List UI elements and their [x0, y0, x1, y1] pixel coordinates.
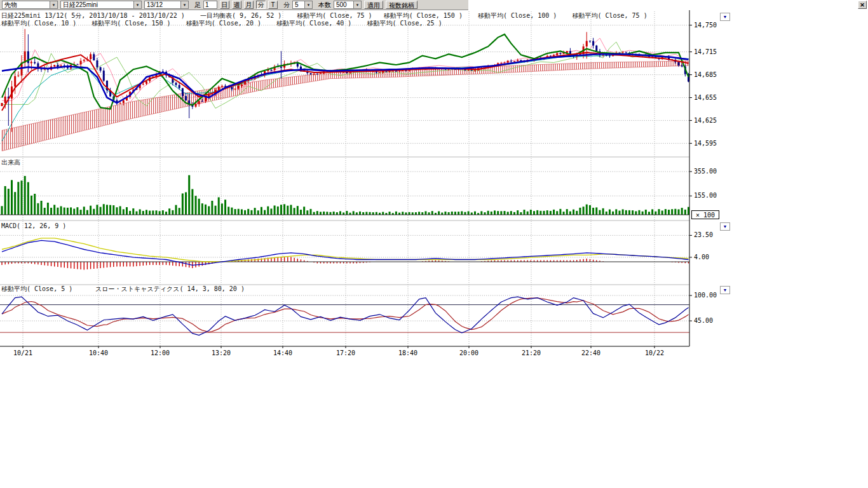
price-axis-label: 14,685 [694, 71, 717, 78]
close-button[interactable]: ✕ [858, 1, 867, 9]
contract-month-value: 13/12 [147, 1, 163, 8]
time-axis-label: 10/21 [13, 349, 32, 356]
contract-month-dropdown[interactable]: 13/12 ▼ [144, 1, 189, 9]
stoch-panel-dropdown-button[interactable]: ▼ [720, 286, 730, 294]
main-panel-dropdown-button[interactable]: ▼ [720, 13, 730, 21]
price-axis-label: 14,715 [694, 48, 717, 55]
price-axis-label: 14,625 [694, 117, 717, 124]
chevron-down-icon: ▼ [133, 1, 141, 8]
chevron-down-icon: ▼ [50, 1, 57, 8]
toolbar: 先物 ▼ 日経225mini ▼ 13/12 ▼ 足 1 日 週 月 分 T 分… [0, 0, 468, 10]
timeframe-label: 足 [194, 1, 201, 10]
symbol-value: 日経225mini [63, 1, 98, 10]
bar-count-label: 本数 [318, 1, 331, 10]
price-axis-label: 14,655 [694, 94, 717, 101]
minute-value-dropdown[interactable]: 5 ▼ [292, 1, 313, 9]
interval-value: 1 [205, 1, 209, 8]
time-axis-label: 20:00 [459, 349, 478, 356]
instrument-type-value: 先物 [4, 1, 17, 10]
time-axis-label: 17:20 [336, 349, 355, 356]
macd-panel-dropdown-button[interactable]: ▼ [720, 222, 730, 231]
multi-symbol-button[interactable]: 複数銘柄 [386, 1, 417, 9]
instrument-type-dropdown[interactable]: 先物 ▼ [2, 1, 58, 9]
timeframe-day-button[interactable]: 日 [220, 1, 229, 9]
volume-axis-label: 355.00 [694, 168, 717, 175]
chart-area: 日経225mini 13/12( 5分, 2013/10/18 - 2013/1… [0, 0, 868, 488]
timeframe-week-button[interactable]: 週 [232, 1, 241, 9]
chart-window: 日経225mini 13/12( 5分, 2013/10/18 - 2013/1… [0, 0, 868, 488]
time-axis-label: 14:40 [273, 349, 292, 356]
time-axis-label: 10/22 [645, 349, 664, 356]
timeframe-month-button[interactable]: 月 [244, 1, 254, 9]
time-axis-label: 12:00 [151, 349, 170, 356]
chevron-down-icon: ▼ [353, 1, 361, 8]
stoch-axis-label: 100.00 [694, 292, 717, 299]
chevron-down-icon: ▼ [304, 1, 312, 8]
symbol-dropdown[interactable]: 日経225mini ▼ [60, 1, 142, 9]
bar-count-dropdown[interactable]: 500 ▼ [334, 1, 362, 9]
time-axis-label: 21:20 [522, 349, 541, 356]
apply-button[interactable]: 適用 [364, 1, 383, 9]
minute-value: 5 [295, 1, 299, 8]
timeframe-tick-button[interactable]: T [268, 1, 278, 9]
interval-input[interactable]: 1 [203, 1, 217, 9]
minute-unit-label: 分 [283, 1, 290, 10]
volume-axis-label: 155.00 [694, 192, 717, 199]
price-axis-label: 14,750 [694, 22, 717, 29]
time-axis-label: 13:20 [212, 349, 231, 356]
time-axis-label: 22:40 [581, 349, 600, 356]
chevron-down-icon: ▼ [180, 1, 188, 8]
time-axis-label: 18:40 [398, 349, 417, 356]
time-axis-label: 10:40 [89, 349, 108, 356]
volume-multiplier-box: × 100 [691, 210, 719, 219]
chart-plot[interactable] [0, 0, 868, 394]
stoch-axis-label: 45.00 [694, 317, 713, 324]
bar-count-value: 500 [336, 1, 347, 8]
macd-axis-label: 23.50 [694, 231, 713, 238]
timeframe-minute-button[interactable]: 分 [256, 1, 266, 9]
macd-axis-label: 4.00 [694, 254, 709, 261]
price-axis-label: 14,595 [694, 140, 717, 147]
